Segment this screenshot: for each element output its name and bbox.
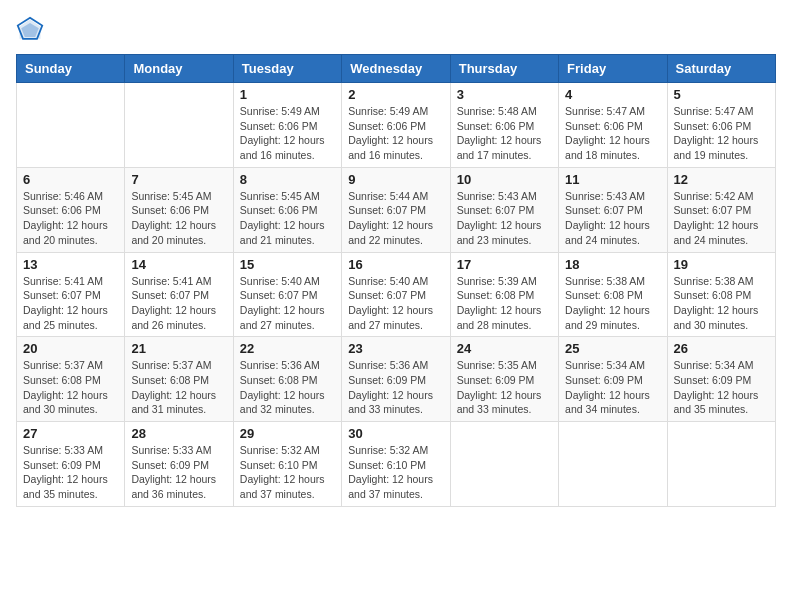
day-number: 26 (674, 341, 769, 356)
calendar-cell: 7Sunrise: 5:45 AMSunset: 6:06 PMDaylight… (125, 167, 233, 252)
calendar-cell: 30Sunrise: 5:32 AMSunset: 6:10 PMDayligh… (342, 422, 450, 507)
day-number: 12 (674, 172, 769, 187)
day-info: Sunrise: 5:44 AMSunset: 6:07 PMDaylight:… (348, 189, 443, 248)
day-info: Sunrise: 5:40 AMSunset: 6:07 PMDaylight:… (240, 274, 335, 333)
calendar-cell: 14Sunrise: 5:41 AMSunset: 6:07 PMDayligh… (125, 252, 233, 337)
calendar-cell: 18Sunrise: 5:38 AMSunset: 6:08 PMDayligh… (559, 252, 667, 337)
day-number: 3 (457, 87, 552, 102)
day-info: Sunrise: 5:36 AMSunset: 6:09 PMDaylight:… (348, 358, 443, 417)
calendar-header-wednesday: Wednesday (342, 55, 450, 83)
day-number: 25 (565, 341, 660, 356)
calendar-cell: 6Sunrise: 5:46 AMSunset: 6:06 PMDaylight… (17, 167, 125, 252)
day-info: Sunrise: 5:49 AMSunset: 6:06 PMDaylight:… (348, 104, 443, 163)
calendar-cell: 8Sunrise: 5:45 AMSunset: 6:06 PMDaylight… (233, 167, 341, 252)
calendar-header-row: SundayMondayTuesdayWednesdayThursdayFrid… (17, 55, 776, 83)
calendar-cell: 12Sunrise: 5:42 AMSunset: 6:07 PMDayligh… (667, 167, 775, 252)
calendar-header-friday: Friday (559, 55, 667, 83)
calendar-cell: 5Sunrise: 5:47 AMSunset: 6:06 PMDaylight… (667, 83, 775, 168)
day-number: 9 (348, 172, 443, 187)
calendar-header-thursday: Thursday (450, 55, 558, 83)
calendar-cell: 21Sunrise: 5:37 AMSunset: 6:08 PMDayligh… (125, 337, 233, 422)
day-info: Sunrise: 5:48 AMSunset: 6:06 PMDaylight:… (457, 104, 552, 163)
day-number: 30 (348, 426, 443, 441)
day-info: Sunrise: 5:38 AMSunset: 6:08 PMDaylight:… (565, 274, 660, 333)
calendar-header-monday: Monday (125, 55, 233, 83)
day-number: 27 (23, 426, 118, 441)
day-number: 29 (240, 426, 335, 441)
day-info: Sunrise: 5:33 AMSunset: 6:09 PMDaylight:… (23, 443, 118, 502)
calendar-cell: 17Sunrise: 5:39 AMSunset: 6:08 PMDayligh… (450, 252, 558, 337)
calendar-cell: 4Sunrise: 5:47 AMSunset: 6:06 PMDaylight… (559, 83, 667, 168)
day-info: Sunrise: 5:43 AMSunset: 6:07 PMDaylight:… (565, 189, 660, 248)
calendar-cell: 20Sunrise: 5:37 AMSunset: 6:08 PMDayligh… (17, 337, 125, 422)
day-number: 5 (674, 87, 769, 102)
day-info: Sunrise: 5:41 AMSunset: 6:07 PMDaylight:… (23, 274, 118, 333)
calendar-cell: 24Sunrise: 5:35 AMSunset: 6:09 PMDayligh… (450, 337, 558, 422)
calendar-header-saturday: Saturday (667, 55, 775, 83)
calendar-cell: 13Sunrise: 5:41 AMSunset: 6:07 PMDayligh… (17, 252, 125, 337)
day-info: Sunrise: 5:40 AMSunset: 6:07 PMDaylight:… (348, 274, 443, 333)
calendar-cell (667, 422, 775, 507)
day-number: 10 (457, 172, 552, 187)
day-number: 4 (565, 87, 660, 102)
day-number: 2 (348, 87, 443, 102)
day-info: Sunrise: 5:35 AMSunset: 6:09 PMDaylight:… (457, 358, 552, 417)
day-info: Sunrise: 5:37 AMSunset: 6:08 PMDaylight:… (131, 358, 226, 417)
day-number: 23 (348, 341, 443, 356)
calendar-cell: 1Sunrise: 5:49 AMSunset: 6:06 PMDaylight… (233, 83, 341, 168)
calendar-table: SundayMondayTuesdayWednesdayThursdayFrid… (16, 54, 776, 507)
day-info: Sunrise: 5:36 AMSunset: 6:08 PMDaylight:… (240, 358, 335, 417)
day-number: 13 (23, 257, 118, 272)
calendar-cell: 10Sunrise: 5:43 AMSunset: 6:07 PMDayligh… (450, 167, 558, 252)
page-header (16, 16, 776, 44)
day-number: 1 (240, 87, 335, 102)
calendar-cell: 9Sunrise: 5:44 AMSunset: 6:07 PMDaylight… (342, 167, 450, 252)
calendar-cell: 26Sunrise: 5:34 AMSunset: 6:09 PMDayligh… (667, 337, 775, 422)
calendar-cell (559, 422, 667, 507)
day-number: 19 (674, 257, 769, 272)
calendar-cell (125, 83, 233, 168)
calendar-cell: 3Sunrise: 5:48 AMSunset: 6:06 PMDaylight… (450, 83, 558, 168)
day-number: 18 (565, 257, 660, 272)
day-info: Sunrise: 5:41 AMSunset: 6:07 PMDaylight:… (131, 274, 226, 333)
day-number: 7 (131, 172, 226, 187)
day-number: 21 (131, 341, 226, 356)
calendar-week-row: 6Sunrise: 5:46 AMSunset: 6:06 PMDaylight… (17, 167, 776, 252)
day-info: Sunrise: 5:49 AMSunset: 6:06 PMDaylight:… (240, 104, 335, 163)
day-info: Sunrise: 5:32 AMSunset: 6:10 PMDaylight:… (348, 443, 443, 502)
calendar-cell: 28Sunrise: 5:33 AMSunset: 6:09 PMDayligh… (125, 422, 233, 507)
day-number: 24 (457, 341, 552, 356)
day-number: 8 (240, 172, 335, 187)
calendar-cell: 22Sunrise: 5:36 AMSunset: 6:08 PMDayligh… (233, 337, 341, 422)
day-info: Sunrise: 5:38 AMSunset: 6:08 PMDaylight:… (674, 274, 769, 333)
day-info: Sunrise: 5:47 AMSunset: 6:06 PMDaylight:… (674, 104, 769, 163)
day-info: Sunrise: 5:45 AMSunset: 6:06 PMDaylight:… (131, 189, 226, 248)
calendar-week-row: 27Sunrise: 5:33 AMSunset: 6:09 PMDayligh… (17, 422, 776, 507)
calendar-cell: 15Sunrise: 5:40 AMSunset: 6:07 PMDayligh… (233, 252, 341, 337)
calendar-cell: 27Sunrise: 5:33 AMSunset: 6:09 PMDayligh… (17, 422, 125, 507)
calendar-cell: 19Sunrise: 5:38 AMSunset: 6:08 PMDayligh… (667, 252, 775, 337)
calendar-cell: 16Sunrise: 5:40 AMSunset: 6:07 PMDayligh… (342, 252, 450, 337)
day-number: 28 (131, 426, 226, 441)
day-info: Sunrise: 5:34 AMSunset: 6:09 PMDaylight:… (674, 358, 769, 417)
calendar-cell (17, 83, 125, 168)
calendar-cell (450, 422, 558, 507)
calendar-cell: 11Sunrise: 5:43 AMSunset: 6:07 PMDayligh… (559, 167, 667, 252)
day-number: 6 (23, 172, 118, 187)
day-info: Sunrise: 5:42 AMSunset: 6:07 PMDaylight:… (674, 189, 769, 248)
calendar-cell: 25Sunrise: 5:34 AMSunset: 6:09 PMDayligh… (559, 337, 667, 422)
day-number: 15 (240, 257, 335, 272)
day-number: 14 (131, 257, 226, 272)
day-info: Sunrise: 5:39 AMSunset: 6:08 PMDaylight:… (457, 274, 552, 333)
day-info: Sunrise: 5:43 AMSunset: 6:07 PMDaylight:… (457, 189, 552, 248)
day-info: Sunrise: 5:33 AMSunset: 6:09 PMDaylight:… (131, 443, 226, 502)
calendar-cell: 2Sunrise: 5:49 AMSunset: 6:06 PMDaylight… (342, 83, 450, 168)
calendar-header-sunday: Sunday (17, 55, 125, 83)
day-number: 22 (240, 341, 335, 356)
calendar-week-row: 20Sunrise: 5:37 AMSunset: 6:08 PMDayligh… (17, 337, 776, 422)
day-info: Sunrise: 5:47 AMSunset: 6:06 PMDaylight:… (565, 104, 660, 163)
day-info: Sunrise: 5:45 AMSunset: 6:06 PMDaylight:… (240, 189, 335, 248)
day-info: Sunrise: 5:46 AMSunset: 6:06 PMDaylight:… (23, 189, 118, 248)
calendar-week-row: 1Sunrise: 5:49 AMSunset: 6:06 PMDaylight… (17, 83, 776, 168)
day-number: 17 (457, 257, 552, 272)
